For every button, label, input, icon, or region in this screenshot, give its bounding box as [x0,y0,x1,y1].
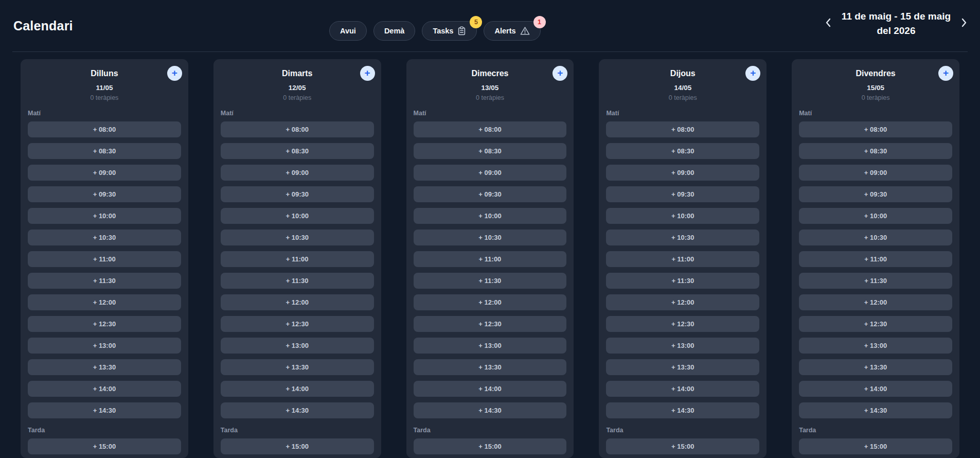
time-slot-button[interactable]: + 13:30 [414,359,567,375]
time-slot-button[interactable]: + 13:00 [606,338,759,354]
add-therapy-button[interactable]: + [745,66,760,81]
time-slot-button[interactable]: + 11:00 [414,251,567,267]
time-slot-button[interactable]: + 14:00 [606,381,759,397]
time-slot-button[interactable]: + 14:00 [799,381,952,397]
tasks-button[interactable]: Tasks 5 [422,21,477,41]
time-slot-button[interactable]: + 09:30 [28,186,181,202]
time-slot-button[interactable]: + 13:30 [606,359,759,375]
time-slot-button[interactable]: + 13:00 [221,338,374,354]
time-slot-button[interactable]: + 11:30 [606,273,759,289]
time-slot-button[interactable]: + 12:00 [414,294,567,310]
time-slot-button[interactable]: + 10:00 [606,208,759,224]
time-slot-button[interactable]: + 12:00 [28,294,181,310]
time-slot-button[interactable]: + 08:30 [221,143,374,159]
day-name: Divendres [799,67,952,80]
time-slot-button[interactable]: + 12:30 [221,316,374,332]
time-slot-button[interactable]: + 13:30 [221,359,374,375]
day-header: Dimecres+ [414,67,567,80]
time-slot-button[interactable]: + 14:30 [606,402,759,418]
time-slot-button[interactable]: + 12:30 [28,316,181,332]
time-slot-button[interactable]: + 11:00 [799,251,952,267]
add-therapy-button[interactable]: + [167,66,182,81]
time-slot-button[interactable]: + 11:00 [606,251,759,267]
time-slot-button[interactable]: + 12:30 [606,316,759,332]
time-slot-button[interactable]: + 15:00 [606,438,759,454]
time-slot-button[interactable]: + 08:00 [221,121,374,137]
therapies-count: 0 teràpies [799,94,952,101]
time-slot-button[interactable]: + 13:00 [414,338,567,354]
time-slot-button[interactable]: + 09:00 [414,165,567,181]
time-slot-button[interactable]: + 08:30 [799,143,952,159]
previous-week-button[interactable] [822,14,835,32]
time-slot-button[interactable]: + 12:30 [414,316,567,332]
time-slot-button[interactable]: + 10:00 [28,208,181,224]
time-slot-button[interactable]: + 08:30 [606,143,759,159]
time-slot-button[interactable]: + 14:30 [799,402,952,418]
time-slot-button[interactable]: + 13:30 [799,359,952,375]
time-slot-button[interactable]: + 10:30 [221,230,374,245]
time-slot-button[interactable]: + 09:30 [799,186,952,202]
time-slot-button[interactable]: + 09:00 [799,165,952,181]
time-slot-button[interactable]: + 08:30 [28,143,181,159]
time-slot-button[interactable]: + 11:00 [28,251,181,267]
time-slot-button[interactable]: + 15:00 [221,438,374,454]
time-slot-button[interactable]: + 08:30 [414,143,567,159]
time-slot-button[interactable]: + 10:00 [221,208,374,224]
top-bar: Calendari Avui Demà Tasks 5 Alerts [0,0,980,51]
time-slot-button[interactable]: + 10:30 [606,230,759,245]
time-slot-button[interactable]: + 10:00 [799,208,952,224]
day-date: 11/05 [28,84,181,92]
today-button[interactable]: Avui [329,21,367,41]
time-slot-button[interactable]: + 14:30 [414,402,567,418]
time-slot-button[interactable]: + 10:30 [414,230,567,245]
time-slot-button[interactable]: + 11:30 [28,273,181,289]
time-slot-button[interactable]: + 12:00 [606,294,759,310]
time-slot-button[interactable]: + 12:00 [221,294,374,310]
time-slot-button[interactable]: + 09:00 [28,165,181,181]
tomorrow-button[interactable]: Demà [373,21,416,41]
add-therapy-button[interactable]: + [938,66,953,81]
time-slot-button[interactable]: + 10:30 [799,230,952,245]
time-slot-button[interactable]: + 14:00 [414,381,567,397]
time-slot-button[interactable]: + 13:00 [799,338,952,354]
time-slot-button[interactable]: + 13:30 [28,359,181,375]
time-slot-button[interactable]: + 11:30 [414,273,567,289]
afternoon-section-label: Tarda [28,427,181,434]
plus-icon: + [172,68,177,78]
time-slot-button[interactable]: + 14:00 [28,381,181,397]
time-slot-button[interactable]: + 08:00 [414,121,567,137]
time-slot-button[interactable]: + 14:30 [221,402,374,418]
morning-section-label: Matí [221,110,374,117]
day-date: 15/05 [799,84,952,92]
time-slot-button[interactable]: + 12:30 [799,316,952,332]
time-slot-button[interactable]: + 15:00 [28,438,181,454]
afternoon-section-label: Tarda [221,427,374,434]
time-slot-button[interactable]: + 13:00 [28,338,181,354]
time-slot-button[interactable]: + 11:30 [799,273,952,289]
time-slot-button[interactable]: + 08:00 [799,121,952,137]
time-slot-button[interactable]: + 15:00 [414,438,567,454]
time-slot-button[interactable]: + 08:00 [28,121,181,137]
time-slot-button[interactable]: + 10:30 [28,230,181,245]
time-slot-button[interactable]: + 15:00 [799,438,952,454]
time-slot-button[interactable]: + 09:30 [606,186,759,202]
time-slot-button[interactable]: + 10:00 [414,208,567,224]
time-slot-button[interactable]: + 09:30 [414,186,567,202]
date-range-label: 11 de maig - 15 de maig del 2026 [838,9,954,38]
time-slot-button[interactable]: + 09:00 [221,165,374,181]
time-slot-button[interactable]: + 09:30 [221,186,374,202]
calendar-area: Dilluns+11/050 teràpiesMatí+ 08:00+ 08:3… [12,51,968,458]
day-name: Dilluns [28,67,181,80]
afternoon-section-label: Tarda [799,427,952,434]
next-week-button[interactable] [957,14,971,32]
time-slot-button[interactable]: + 11:30 [221,273,374,289]
time-slot-button[interactable]: + 14:00 [221,381,374,397]
time-slot-button[interactable]: + 14:30 [28,402,181,418]
time-slot-button[interactable]: + 12:00 [799,294,952,310]
time-slot-button[interactable]: + 09:00 [606,165,759,181]
add-therapy-button[interactable]: + [360,66,375,81]
alerts-button[interactable]: Alerts 1 [484,21,540,41]
time-slot-button[interactable]: + 08:00 [606,121,759,137]
week-grid: Dilluns+11/050 teràpiesMatí+ 08:00+ 08:3… [12,59,968,458]
time-slot-button[interactable]: + 11:00 [221,251,374,267]
